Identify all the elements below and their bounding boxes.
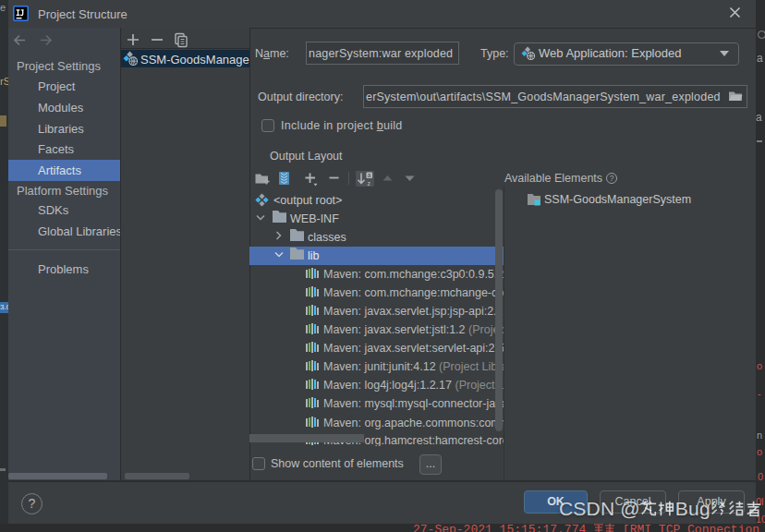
svg-text:a: a: [368, 172, 371, 178]
svg-text:z: z: [368, 180, 371, 187]
